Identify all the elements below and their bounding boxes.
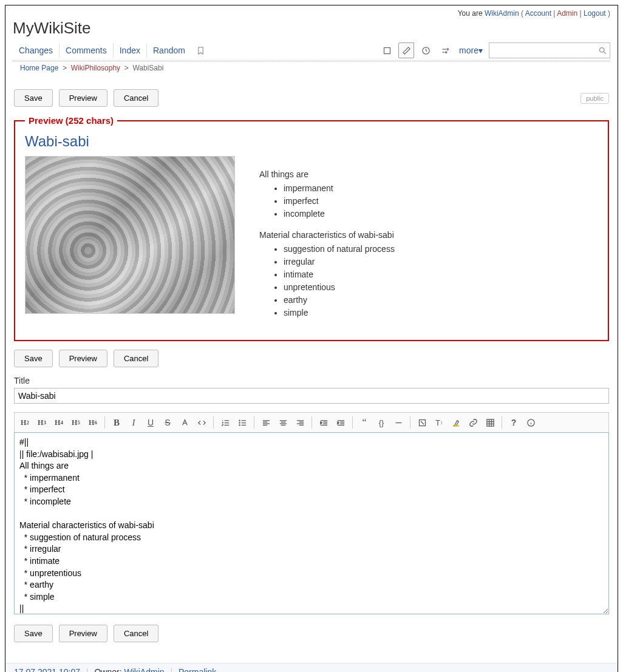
bookmark-add-icon[interactable]: [191, 44, 210, 58]
underline-button[interactable]: U: [143, 415, 158, 430]
list-item: imperfect: [284, 195, 395, 208]
preview-text: All things are impermanent imperfect inc…: [259, 156, 395, 328]
nav-changes[interactable]: Changes: [13, 43, 60, 58]
list-item: earthy: [284, 294, 395, 307]
footer-owner[interactable]: WikiAdmin: [124, 667, 164, 672]
preview-button[interactable]: Preview: [59, 89, 107, 107]
svg-point-2: [447, 48, 449, 50]
username-link[interactable]: WikiAdmin: [485, 9, 519, 18]
list-item: incomplete: [284, 208, 395, 220]
cancel-button[interactable]: Cancel: [114, 350, 158, 367]
admin-link[interactable]: Admin: [557, 9, 577, 18]
title-label: Title: [14, 376, 609, 385]
highlight-button[interactable]: [448, 415, 464, 430]
editor-toolbar: H2 H3 H4 H5 H6 B I U S “ {}: [14, 412, 609, 432]
footer-date[interactable]: 17.07.2021 10:07: [14, 667, 80, 672]
align-center-button[interactable]: [275, 415, 291, 430]
editor-textarea[interactable]: [14, 432, 609, 614]
h6-button[interactable]: H6: [85, 415, 101, 430]
account-link[interactable]: Account: [525, 9, 551, 18]
info-button[interactable]: [523, 415, 539, 430]
textsize-button[interactable]: T↕: [431, 415, 447, 430]
more-menu[interactable]: more▾: [457, 46, 485, 55]
help-button[interactable]: ?: [506, 415, 522, 430]
align-right-button[interactable]: [292, 415, 308, 430]
breadcrumb-home[interactable]: Home Page: [20, 64, 58, 72]
list-item: suggestion of natural process: [284, 243, 395, 256]
logout-link[interactable]: Logout: [584, 9, 606, 18]
user-bar: You are WikiAdmin ( Account | Admin | Lo…: [13, 9, 610, 18]
save-button[interactable]: Save: [14, 89, 53, 107]
list-item: intimate: [284, 268, 395, 281]
list-item: impermanent: [284, 182, 395, 195]
nav-comments[interactable]: Comments: [60, 43, 114, 58]
h5-button[interactable]: H5: [68, 415, 84, 430]
preview-title: Wabi-sabi: [25, 133, 598, 150]
edit-icon[interactable]: [398, 42, 414, 58]
preview-image: [25, 156, 235, 314]
align-left-button[interactable]: [258, 415, 274, 430]
nav-random[interactable]: Random: [147, 43, 191, 58]
note-button[interactable]: [414, 415, 430, 430]
preview-p2: Material characteristics of wabi-sabi: [259, 229, 395, 242]
history-icon[interactable]: [418, 42, 434, 58]
owner-label: Owner:: [94, 667, 121, 672]
strike-button[interactable]: S: [160, 415, 175, 430]
svg-rect-0: [384, 47, 390, 53]
breadcrumb-current: WabiSabi: [132, 64, 163, 72]
code-button[interactable]: [194, 415, 209, 430]
preview-box: Preview (252 chars) Wabi-sabi All things…: [14, 115, 609, 341]
youare-label: You are: [458, 9, 483, 18]
list-item: irregular: [284, 256, 395, 268]
list-item: simple: [284, 307, 395, 319]
footer-permalink[interactable]: Permalink: [179, 667, 216, 672]
footer-meta: 17.07.2021 10:07 | Owner: WikiAdmin | Pe…: [14, 667, 609, 672]
ol-button[interactable]: [217, 415, 233, 430]
site-title: MyWikiSite: [13, 19, 610, 38]
public-badge: public: [580, 93, 609, 104]
nav-index[interactable]: Index: [114, 43, 147, 58]
settings-icon[interactable]: [437, 42, 453, 58]
preview-button[interactable]: Preview: [59, 625, 107, 642]
search-icon[interactable]: [598, 46, 607, 55]
view-icon[interactable]: [379, 42, 395, 58]
title-input[interactable]: [14, 388, 609, 404]
cancel-button[interactable]: Cancel: [114, 89, 158, 107]
search-box: [489, 42, 610, 58]
breadcrumb-parent[interactable]: WikiPhilosophy: [71, 64, 120, 72]
svg-point-5: [239, 420, 239, 421]
search-input[interactable]: [492, 46, 598, 55]
link-button[interactable]: [465, 415, 481, 430]
svg-point-6: [239, 422, 239, 423]
hr-button[interactable]: [390, 415, 406, 430]
cancel-button[interactable]: Cancel: [114, 625, 158, 642]
svg-point-4: [600, 47, 605, 52]
preview-legend: Preview (252 chars): [25, 115, 117, 126]
font-button[interactable]: [177, 415, 192, 430]
h4-button[interactable]: H4: [51, 415, 67, 430]
svg-rect-9: [486, 419, 493, 426]
indent-button[interactable]: [333, 415, 349, 430]
preview-p1: All things are: [259, 168, 395, 181]
italic-button[interactable]: I: [126, 415, 141, 430]
breadcrumb: Home Page > WikiPhilosophy > WabiSabi: [13, 61, 610, 75]
preview-button[interactable]: Preview: [59, 350, 107, 367]
h3-button[interactable]: H3: [34, 415, 50, 430]
nav-tabs: Changes Comments Index Random: [13, 43, 191, 58]
svg-point-3: [445, 51, 447, 53]
save-button[interactable]: Save: [14, 350, 53, 367]
outdent-button[interactable]: [316, 415, 332, 430]
braces-button[interactable]: {}: [373, 415, 389, 430]
ul-button[interactable]: [234, 415, 250, 430]
save-button[interactable]: Save: [14, 625, 53, 642]
table-button[interactable]: [482, 415, 498, 430]
bold-button[interactable]: B: [109, 415, 124, 430]
svg-point-7: [239, 424, 239, 425]
quote-button[interactable]: “: [356, 415, 372, 430]
h2-button[interactable]: H2: [17, 415, 33, 430]
list-item: unpretentious: [284, 281, 395, 294]
